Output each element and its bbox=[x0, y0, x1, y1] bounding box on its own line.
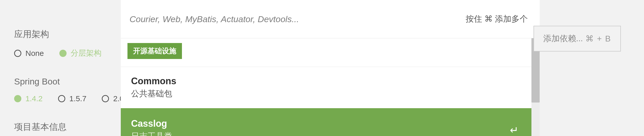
radio-icon bbox=[14, 95, 21, 102]
arch-option-layered[interactable]: 分层架构 bbox=[59, 48, 102, 58]
radio-icon bbox=[58, 95, 65, 102]
radio-icon bbox=[14, 50, 21, 57]
dependency-item-casslog[interactable]: Casslog 日志工具类 ↵ bbox=[121, 108, 531, 136]
radio-label: 1.5.7 bbox=[69, 94, 87, 103]
dependency-item-commons[interactable]: Commons 公共基础包 bbox=[121, 67, 531, 108]
dependency-item-desc: 日志工具类 bbox=[131, 131, 172, 136]
arch-option-none[interactable]: None bbox=[14, 49, 44, 58]
category-badge: 开源基础设施 bbox=[127, 43, 182, 59]
spring-section-label: Spring Boot bbox=[14, 76, 121, 87]
arch-radio-row: None 分层架构 bbox=[14, 48, 121, 58]
dependency-item-title: Commons bbox=[131, 76, 521, 87]
category-header: 开源基础设施 bbox=[121, 38, 540, 67]
radio-icon bbox=[102, 95, 109, 102]
radio-label: 1.4.2 bbox=[25, 94, 43, 103]
radio-icon bbox=[59, 50, 67, 57]
spring-option-142[interactable]: 1.4.2 bbox=[14, 94, 43, 103]
basic-info-label: 项目基本信息 bbox=[14, 121, 121, 133]
add-dependency-button[interactable]: 添加依赖... ⌘ + B bbox=[533, 26, 621, 52]
spring-radio-row: 1.4.2 1.5.7 2.0 bbox=[14, 94, 121, 103]
enter-icon: ↵ bbox=[510, 124, 521, 136]
dependency-item-text: Casslog 日志工具类 bbox=[131, 118, 172, 136]
radio-label: None bbox=[25, 49, 44, 58]
dependency-item-title: Casslog bbox=[131, 118, 172, 129]
spring-option-157[interactable]: 1.5.7 bbox=[58, 94, 87, 103]
dependency-item-desc: 公共基础包 bbox=[131, 88, 521, 99]
dependency-search-bar[interactable]: Courier, Web, MyBatis, Actuator, Devtool… bbox=[121, 0, 540, 38]
search-hint: 按住 ⌘ 添加多个 bbox=[466, 13, 528, 25]
arch-section-label: 应用架构 bbox=[14, 28, 121, 40]
add-dependency-label: 添加依赖... bbox=[543, 33, 583, 44]
left-form: 应用架构 None 分层架构 Spring Boot 1.4.2 1.5.7 bbox=[0, 0, 121, 136]
add-dependency-shortcut: ⌘ + B bbox=[585, 34, 611, 44]
radio-label: 分层架构 bbox=[71, 48, 102, 58]
scrollbar-track[interactable] bbox=[531, 38, 540, 136]
search-input[interactable]: Courier, Web, MyBatis, Actuator, Devtool… bbox=[130, 14, 299, 24]
